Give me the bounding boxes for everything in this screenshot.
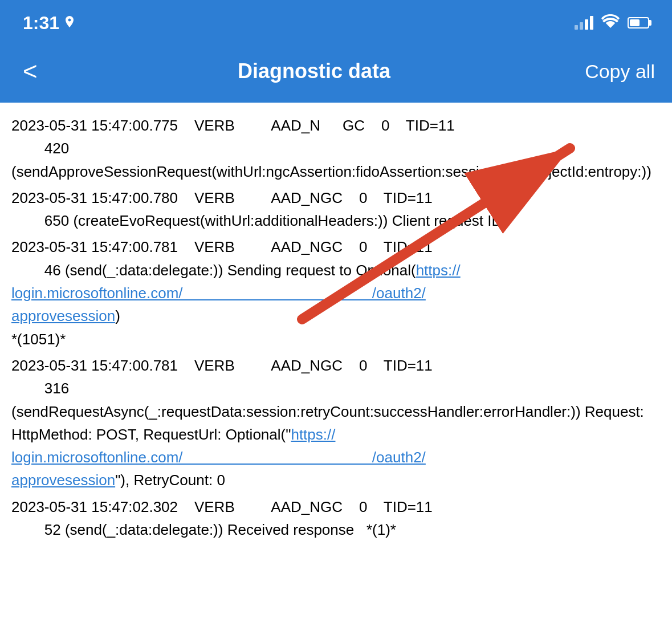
log-entry: 2023-05-31 15:47:00.775 VERB AAD_NGCGC 0…: [11, 114, 661, 183]
status-icons: [575, 14, 649, 32]
log-link[interactable]: https://login.microsoftonline.com/ /oaut…: [11, 262, 461, 325]
log-entry: 2023-05-31 15:47:02.302 VERB AAD_NGC 0 T…: [11, 495, 661, 542]
location-icon: [64, 16, 75, 30]
log-body: 46 (send(_:data:delegate:)) Sending requ…: [11, 262, 461, 348]
log-link-2[interactable]: https://login.microsoftonline.com/ /oaut…: [11, 426, 426, 489]
status-bar: 1:31: [0, 0, 672, 46]
log-entry: 2023-05-31 15:47:00.781 VERB AAD_NGC 0 T…: [11, 354, 661, 492]
copy-all-button[interactable]: Copy all: [585, 60, 655, 83]
page-title: Diagnostic data: [238, 59, 390, 83]
battery-icon: [628, 17, 649, 29]
log-header: 2023-05-31 15:47:02.302 VERB AAD_NGC 0 T…: [11, 498, 433, 515]
log-entry: 2023-05-31 15:47:00.780 VERB AAD_NGC 0 T…: [11, 186, 661, 233]
status-time: 1:31: [23, 13, 75, 34]
log-header: 2023-05-31 15:47:00.780 VERB AAD_NGC 0 T…: [11, 189, 433, 206]
log-body: 316 (sendRequestAsync(_:requestData:sess…: [11, 380, 644, 489]
wifi-icon: [601, 14, 620, 32]
log-body: 52 (send(_:data:delegate:)) Received res…: [11, 521, 396, 538]
log-header: 2023-05-31 15:47:00.781 VERB AAD_NGC 0 T…: [11, 357, 433, 374]
back-button[interactable]: <: [17, 59, 43, 84]
log-body: 420: [11, 140, 69, 157]
log-header: 2023-05-31 15:47:00.775 VERB AAD_NGCGC 0…: [11, 117, 455, 134]
time-label: 1:31: [23, 13, 59, 34]
log-entry: 2023-05-31 15:47:00.781 VERB AAD_NGC 0 T…: [11, 235, 661, 350]
nav-bar: < Diagnostic data Copy all: [0, 46, 672, 103]
log-body-cont: (sendApproveSessionRequest(withUrl:ngcAs…: [11, 163, 651, 180]
log-header: 2023-05-31 15:47:00.781 VERB AAD_NGC 0 T…: [11, 238, 433, 255]
log-body: 650 (createEvoRequest(withUrl:additional…: [11, 212, 507, 229]
log-content: 2023-05-31 15:47:00.775 VERB AAD_NGCGC 0…: [0, 103, 672, 622]
signal-icon: [575, 16, 593, 30]
